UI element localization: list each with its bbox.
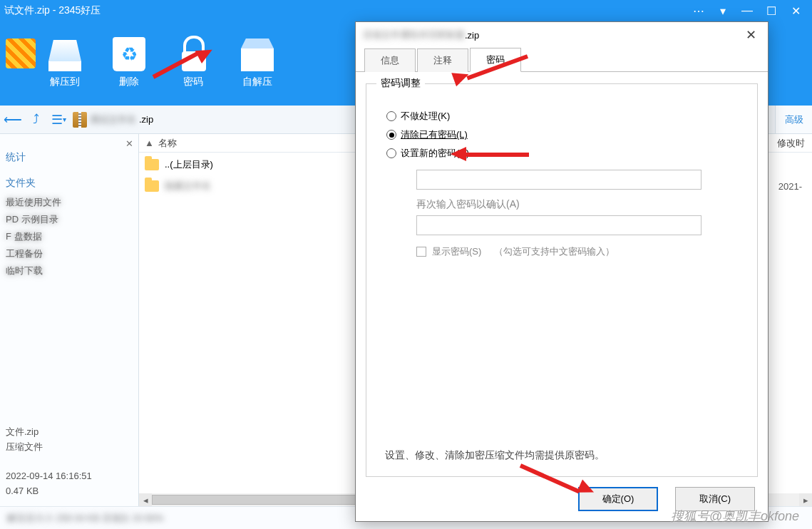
sidebar-footer: 文件.zip 压缩文件 2022-09-14 16:16:51 0.47 KB [6,425,133,499]
toolbar-delete-button[interactable]: 删除 [97,21,161,88]
sidebar-item[interactable]: 工程备份 [6,245,133,262]
breadcrumb-file-stem: 测试文件名 [90,113,136,126]
titlebar: 试文件.zip - 2345好压 ⋯ ▾ — ☐ ✕ [0,0,812,21]
lock-icon [173,29,214,71]
dialog-title-ext: .zip [465,30,479,41]
view-mode-icon[interactable]: ☰▾ [50,111,67,128]
sidebar-item[interactable]: PD 示例目录 [6,211,133,228]
radio-clear-label: 清除已有密码(L) [401,128,468,141]
minimize-icon[interactable]: — [735,1,759,21]
sidebar-item[interactable]: 最近使用文件 [6,194,133,211]
toolbar-extract-button[interactable]: 解压到 [33,21,97,88]
archive-icon [73,112,87,128]
scroll-thumb[interactable] [152,495,366,505]
password-group: 密码调整 不做处理(K) 清除已有密码(L) 设置新的密码(N) 再次输入密码以… [366,83,758,477]
password-dialog: 压缩文件属性对话框标题 .zip ✕ 信息 注释 密码 密码调整 不做处理(K)… [355,21,769,522]
ok-button[interactable]: 确定(O) [578,487,658,511]
sfx-icon [237,29,278,71]
delete-icon [108,29,150,71]
sidebar: ✕ 统计 文件夹 最近使用文件 PD 示例目录 F 盘数据 工程备份 临时下载 … [0,134,139,506]
radio-none[interactable]: 不做处理(K) [386,110,737,123]
sidebar-item[interactable]: 临时下载 [6,262,133,279]
sidebar-folder-heading: 文件夹 [6,177,133,190]
breadcrumb-file-ext: .zip [139,114,153,125]
folder-icon [145,159,159,170]
close-icon[interactable]: ✕ [783,1,808,21]
confirm-label: 再次输入密码以确认(A) [416,198,701,211]
scroll-left-icon[interactable]: ◂ [139,493,152,506]
footer-file: 文件.zip [6,425,133,440]
row-name: ..(上层目录) [165,158,213,171]
password-field[interactable] [416,170,701,190]
radio-icon [386,130,396,140]
tab-comment[interactable]: 注释 [417,48,468,72]
toolbar-extract-label: 解压到 [33,76,97,88]
dialog-tabs: 信息 注释 密码 [356,48,768,72]
sidebar-stats-heading: 统计 [6,151,133,164]
maximize-icon[interactable]: ☐ [759,1,783,21]
radio-icon [386,148,396,158]
dialog-titlebar: 压缩文件属性对话框标题 .zip ✕ [356,22,768,48]
toolbar-password-button[interactable]: 密码 [161,21,225,88]
status-text: 解压后大小 258 04 KB 压缩比 33 60% [7,512,164,525]
footer-time: 2022-09-14 16:16:51 [6,469,133,484]
extract-icon [44,29,86,71]
password-confirm-field[interactable] [416,215,701,235]
toolbar-sfx-label: 自解压 [225,76,289,88]
toolbar-delete-label: 删除 [97,76,161,88]
sort-caret-icon: ▲ [145,138,154,148]
back-icon[interactable]: ⟵ [4,111,21,128]
tab-info[interactable]: 信息 [364,48,416,72]
toolbar-add-button[interactable] [0,21,33,76]
dialog-title-stem: 压缩文件属性对话框标题 [363,29,465,41]
sidebar-close-icon[interactable]: ✕ [123,137,135,150]
ok-label: 确定(O) [602,493,634,505]
window-title: 试文件.zip - 2345好压 [4,4,101,17]
show-password-label: 显示密码(S) [432,245,481,258]
cancel-label: 取消(C) [699,493,731,505]
dropdown-icon[interactable]: ▾ [711,1,735,21]
radio-clear[interactable]: 清除已有密码(L) [386,128,737,141]
advanced-label: 高级 [785,113,803,126]
show-password-checkbox[interactable] [416,247,426,257]
advanced-button[interactable]: 高级 [775,106,812,134]
tab-password[interactable]: 密码 [470,48,521,72]
toolbar-sfx-button[interactable]: 自解压 [225,21,289,88]
watermark: 搜狐号@奥凯丰okfone [671,508,799,525]
toolbar-password-label: 密码 [161,76,225,88]
col-name: 名称 [158,137,177,150]
col-modtime: 修改时 [777,134,805,153]
radio-icon [386,111,396,121]
row-modtime: 2021- [778,181,802,192]
radio-none-label: 不做处理(K) [401,110,450,123]
scroll-right-icon[interactable]: ▸ [799,493,812,506]
footer-type: 压缩文件 [6,440,133,455]
radio-set[interactable]: 设置新的密码(N) [386,147,737,160]
row-name: 隐藏文件名 [165,180,211,192]
footer-size: 0.47 KB [6,484,133,499]
window-buttons: ⋯ ▾ — ☐ ✕ [687,1,808,21]
sidebar-item[interactable]: F 盘数据 [6,228,133,245]
radio-set-label: 设置新的密码(N) [401,147,469,160]
group-legend: 密码调整 [376,77,425,90]
show-password-hint: （勾选可支持中文密码输入） [494,245,615,258]
dialog-note: 设置、修改、清除加密压缩文件均需提供原密码。 [385,449,739,462]
up-folder-icon[interactable]: ⤴ [27,111,44,128]
add-archive-icon [6,38,36,68]
feedback-icon[interactable]: ⋯ [687,1,711,21]
folder-icon [145,180,159,192]
dialog-close-icon[interactable]: ✕ [741,25,761,45]
